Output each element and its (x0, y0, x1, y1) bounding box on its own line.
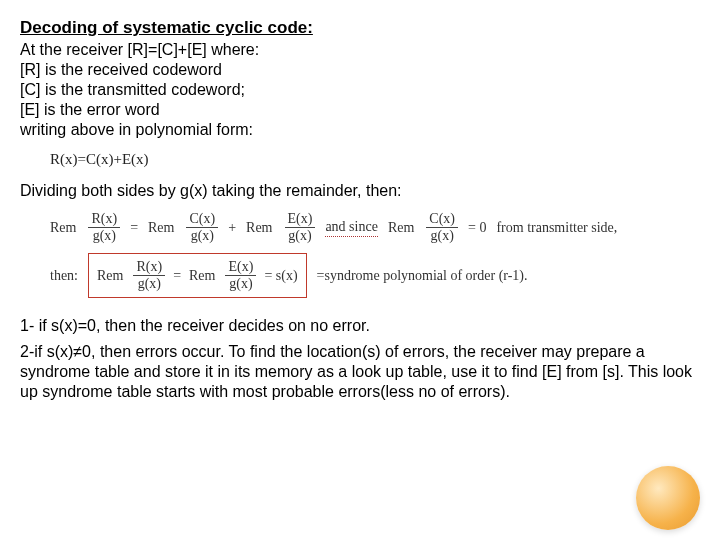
rem-label-1: Rem (50, 220, 76, 236)
intro-line-4: [E] is the error word (20, 100, 700, 120)
equation-row-2: then: Rem R(x) g(x) = Rem E(x) g(x) = s(… (50, 253, 700, 298)
rem-label-3: Rem (246, 220, 272, 236)
frac-rx-gx-2: R(x) g(x) (133, 260, 165, 291)
denominator-gx-5: g(x) (135, 276, 164, 291)
denominator-gx-2: g(x) (188, 228, 217, 243)
conclusion-1: 1- if s(x)=0, then the receiver decides … (20, 316, 700, 336)
section-heading: Decoding of systematic cyclic code: (20, 18, 700, 38)
rem-label-2: Rem (148, 220, 174, 236)
plus-sign: + (228, 220, 236, 236)
intro-line-5: writing above in polynomial form: (20, 120, 700, 140)
frac-ex-gx-1: E(x) g(x) (285, 212, 316, 243)
equals-sx: = s(x) (264, 268, 297, 284)
rem-label-6: Rem (189, 268, 215, 284)
intro-line-2: [R] is the received codeword (20, 60, 700, 80)
from-transmitter-text: from transmitter side, (496, 220, 617, 236)
denominator-gx-6: g(x) (226, 276, 255, 291)
numerator-rx-2: R(x) (133, 260, 165, 276)
numerator-ex-2: E(x) (225, 260, 256, 276)
syndrome-text: =syndrome polynomial of order (r-1). (317, 268, 528, 284)
slide-container: Decoding of systematic cyclic code: At t… (0, 0, 720, 540)
boxed-result: Rem R(x) g(x) = Rem E(x) g(x) = s(x) (88, 253, 307, 298)
dividing-text: Dividing both sides by g(x) taking the r… (20, 182, 700, 200)
equals-zero: = 0 (468, 220, 486, 236)
equals-1: = (130, 220, 138, 236)
rem-label-5: Rem (97, 268, 123, 284)
and-since-text: and since (325, 219, 377, 237)
then-label: then: (50, 268, 78, 284)
frac-ex-gx-2: E(x) g(x) (225, 260, 256, 291)
frac-cx-gx: C(x) g(x) (186, 212, 218, 243)
numerator-rx: R(x) (88, 212, 120, 228)
denominator-gx-4: g(x) (428, 228, 457, 243)
equation-2-block: Rem R(x) g(x) = Rem C(x) g(x) + Rem E(x)… (50, 212, 700, 298)
rem-label-4: Rem (388, 220, 414, 236)
equation-row-1: Rem R(x) g(x) = Rem C(x) g(x) + Rem E(x)… (50, 212, 700, 243)
numerator-cx: C(x) (186, 212, 218, 228)
decorative-circle-icon (636, 466, 700, 530)
numerator-cx-2: C(x) (426, 212, 458, 228)
equals-2: = (173, 268, 181, 284)
numerator-ex-1: E(x) (285, 212, 316, 228)
denominator-gx-1: g(x) (90, 228, 119, 243)
denominator-gx-3: g(x) (285, 228, 314, 243)
intro-line-3: [C] is the transmitted codeword; (20, 80, 700, 100)
equation-1: R(x)=C(x)+E(x) (50, 151, 149, 167)
frac-cx-gx-2: C(x) g(x) (426, 212, 458, 243)
intro-line-1: At the receiver [R]=[C]+[E] where: (20, 40, 700, 60)
equation-1-wrap: R(x)=C(x)+E(x) (50, 150, 700, 168)
frac-rx-gx: R(x) g(x) (88, 212, 120, 243)
conclusion-2: 2-if s(x)≠0, then errors occur. To find … (20, 342, 700, 402)
